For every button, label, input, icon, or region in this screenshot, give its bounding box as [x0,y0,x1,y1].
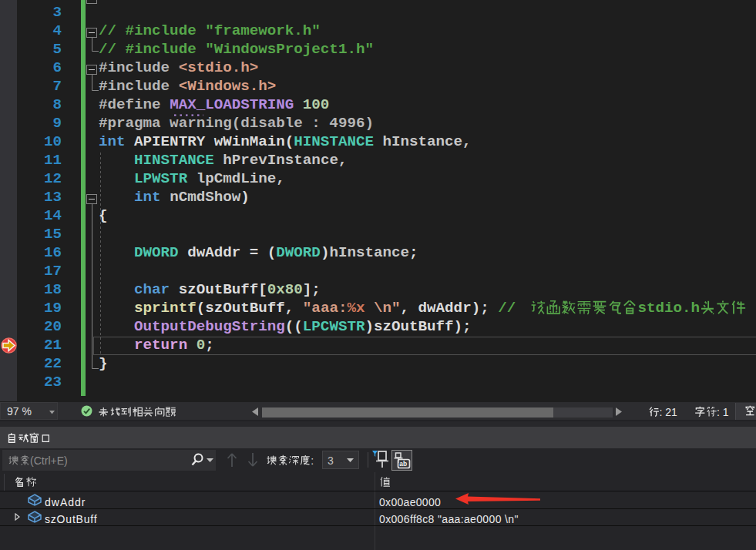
svg-text:ab: ab [399,460,407,468]
